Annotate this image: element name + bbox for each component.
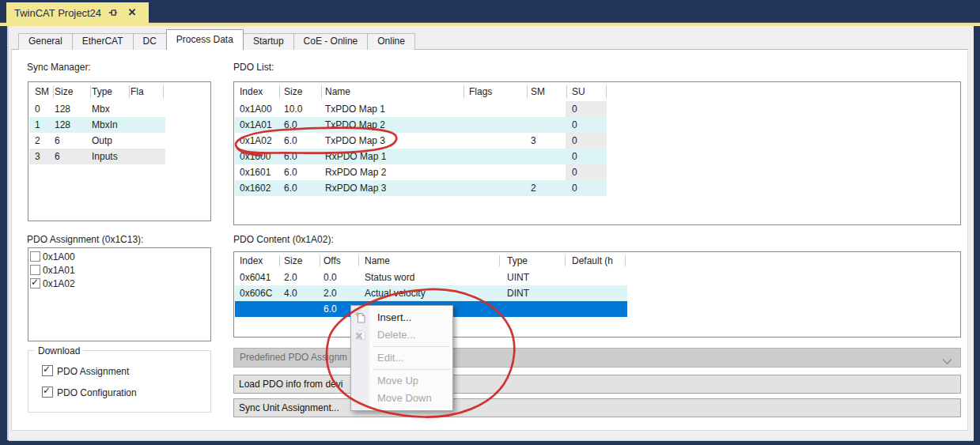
cell-size: 128 — [55, 101, 70, 117]
chevron-down-icon — [942, 354, 952, 368]
property-tab-strip: GeneralEtherCATDCProcess DataStartupCoE … — [19, 29, 415, 50]
pdo-content-table-header-default-h: Default (h — [572, 252, 613, 270]
cell-type: MbxIn — [92, 117, 118, 133]
cell-index: 0x6041 — [240, 270, 271, 285]
cell-offs: 0.0 — [324, 270, 337, 285]
cell-size: 6.0 — [284, 133, 297, 149]
checkbox-unchecked[interactable] — [30, 251, 40, 262]
header-separator — [499, 255, 500, 266]
delete-icon — [354, 329, 367, 341]
check-mark: ✓ — [31, 277, 39, 288]
cell-type: Inputs — [92, 149, 118, 164]
cell-su: 0 — [572, 133, 577, 149]
pdo-list-table-header-size: Size — [284, 82, 302, 101]
header-separator — [565, 255, 566, 266]
cell-size: 6.0 — [284, 149, 297, 164]
cell-size: 128 — [55, 117, 70, 133]
cell-index: 0x1A02 — [240, 133, 272, 149]
checkbox-checked[interactable]: ✓ — [42, 387, 53, 398]
pdo-assignment-item-0x1a01[interactable]: 0x1A01 — [28, 264, 210, 277]
download-groupbox-label: Download — [35, 345, 83, 356]
tab-general[interactable]: General — [18, 33, 73, 50]
cell-name: RxPDO Map 1 — [325, 149, 386, 164]
cell-type: UINT — [507, 270, 529, 285]
pdo-assignment-item-0x1a02[interactable]: ✓0x1A02 — [28, 277, 210, 291]
pdo-content-table-header-size: Size — [284, 252, 302, 270]
pdo-content-table-header-name: Name — [365, 252, 390, 270]
cell-index: 0x606C — [240, 285, 272, 301]
cell-type: DINT — [507, 285, 529, 301]
menu-item-label: Delete... — [377, 329, 415, 341]
cell-name: Status word — [365, 270, 414, 285]
menu-item-label: Edit... — [377, 352, 403, 364]
close-icon[interactable]: ✕ — [125, 6, 139, 19]
tab-process-data[interactable]: Process Data — [166, 29, 244, 50]
cell-type: Outp — [92, 133, 112, 149]
cell-offs: 6.0 — [324, 301, 337, 317]
cell-size: 6.0 — [284, 164, 297, 180]
pdo-content-label: PDO Content (0x1A02): — [233, 234, 334, 245]
load-pdo-info-button[interactable]: Load PDO info from devi — [233, 375, 961, 394]
cell-name: Actual velocity — [365, 285, 426, 301]
download-option-label: PDO Assignment — [57, 366, 129, 377]
document-tab[interactable]: TwinCAT Project24 ✕ — [6, 2, 149, 23]
cell-offs: 2.0 — [324, 285, 337, 301]
cell-sm: 2 — [35, 133, 40, 149]
predefined-pdo-assignment-combo[interactable]: Predefined PDO Assignm — [233, 348, 961, 368]
cell-size: 6 — [55, 149, 60, 164]
cell-index: 0x1A01 — [240, 117, 272, 133]
pdo-assignment-item-label: 0x1A00 — [43, 251, 75, 262]
cell-index: 0x1602 — [240, 180, 271, 196]
pdo-content-table-header-index: Index — [240, 252, 263, 270]
pdo-list-table-header-index: Index — [240, 82, 263, 101]
pdo-list-table-header-sm: SM — [531, 82, 545, 101]
pdo-list-table-header-name: Name — [325, 82, 350, 101]
cell-size: 6.0 — [284, 117, 297, 133]
pdo-assignment-item-0x1a00[interactable]: 0x1A00 — [28, 251, 210, 264]
pdo-assignment-item-label: 0x1A01 — [43, 265, 75, 276]
tab-ethercat[interactable]: EtherCAT — [72, 33, 134, 50]
tab-startup[interactable]: Startup — [243, 33, 294, 50]
cell-size: 6.0 — [284, 180, 297, 196]
tab-dc[interactable]: DC — [133, 33, 167, 50]
cell-index: 0x1A00 — [240, 101, 272, 117]
cell-size: 2.0 — [284, 270, 297, 285]
menu-separator — [373, 346, 450, 347]
header-separator — [321, 85, 322, 98]
left-edge-highlight — [7, 26, 9, 440]
sync-manager-table-header-type: Type — [92, 82, 112, 101]
menu-item-move-down: Move Down — [351, 390, 452, 407]
sync-unit-assignment-button[interactable]: Sync Unit Assignment... — [233, 398, 961, 417]
cell-name: RxPDO Map 2 — [325, 164, 386, 180]
twincat-process-data-screen: { "title_bar": { "tab_label": "TwinCAT P… — [0, 0, 980, 445]
header-separator — [129, 85, 130, 98]
header-separator — [163, 85, 164, 98]
menu-item-insert[interactable]: Insert... — [351, 309, 452, 326]
header-separator — [53, 85, 54, 98]
checkbox-checked[interactable]: ✓ — [42, 365, 53, 376]
checkbox-checked[interactable]: ✓ — [30, 278, 40, 288]
tab-coe-online[interactable]: CoE - Online — [293, 33, 369, 50]
load-pdo-info-button-label: Load PDO info from devi — [239, 375, 342, 393]
pdo-assignment-listbox[interactable]: 0x1A000x1A01✓0x1A02 — [28, 247, 211, 341]
menu-item-label: Move Up — [377, 375, 418, 387]
sync-unit-assignment-button-label: Sync Unit Assignment... — [239, 399, 339, 417]
cell-name: TxPDO Map 2 — [325, 117, 385, 133]
cell-size: 6 — [55, 133, 60, 149]
cell-sm: 2 — [531, 180, 536, 196]
tab-online[interactable]: Online — [367, 33, 415, 50]
header-separator — [566, 85, 567, 98]
sync-manager-table-header-sm: SM — [35, 82, 49, 101]
cell-sm: 3 — [531, 133, 536, 149]
checkbox-unchecked[interactable] — [30, 265, 40, 275]
menu-item-delete: Delete... — [351, 326, 452, 344]
pdo-content-table: IndexSizeOffsNameTypeDefault (h0x60412.0… — [233, 251, 961, 338]
cell-size: 10.0 — [284, 101, 302, 117]
pdo-list-table-header-su: SU — [572, 82, 585, 101]
pushpin-icon[interactable] — [106, 6, 120, 19]
pdo-assignment-label: PDO Assignment (0x1C13): — [27, 234, 143, 245]
cell-index: 0x1600 — [240, 149, 271, 164]
document-tab-title: TwinCAT Project24 — [6, 7, 101, 19]
cell-su: 0 — [572, 149, 577, 164]
header-separator — [279, 85, 280, 98]
